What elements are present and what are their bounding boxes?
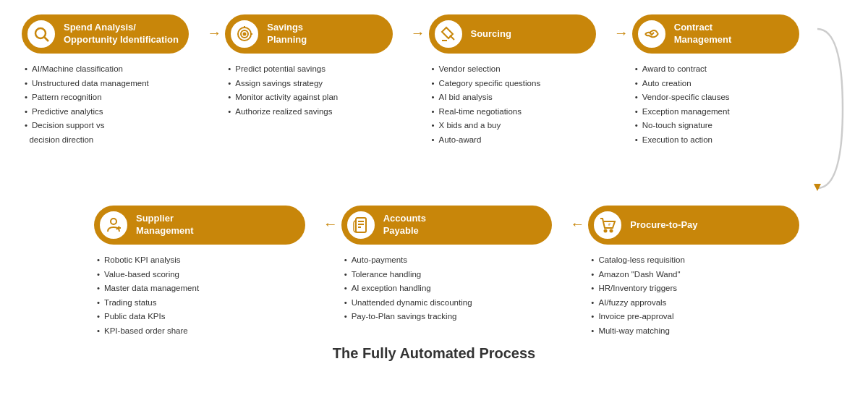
step-spend-analysis-label: Spend Analysis/Opportunity Identificatio… xyxy=(64,22,179,46)
step-contract-management-label: ContractManagement xyxy=(674,22,731,46)
step-procure-to-pay-label: Procure-to-Pay xyxy=(630,219,697,232)
contract-management-bullets: Award to contract Auto creation Vendor-s… xyxy=(632,62,730,147)
icon-document xyxy=(346,210,376,240)
bullet-item: AI bid analysis xyxy=(432,90,541,105)
arrow-1: → xyxy=(203,25,225,41)
bullet-item: Award to contract xyxy=(635,62,730,77)
top-steps-area: Spend Analysis/Opportunity Identificatio… xyxy=(22,14,814,147)
bullet-item: Amazon "Dash Wand" xyxy=(591,268,685,282)
procure-to-pay-bullets: Catalog-less requisition Amazon "Dash Wa… xyxy=(588,253,685,338)
savings-planning-bullets: Predict potential savings Assign savings… xyxy=(225,62,338,119)
bullet-item: HR/Inventory triggers xyxy=(591,282,685,296)
svg-point-18 xyxy=(610,230,613,232)
bullet-item: Auto-payments xyxy=(344,253,472,268)
svg-point-4 xyxy=(244,33,246,35)
bullet-item: Robotic KPI analysis xyxy=(97,253,199,268)
bullet-item: Pattern recognition xyxy=(25,90,149,105)
pill-accounts-payable: AccountsPayable xyxy=(341,206,553,245)
bullet-item: X bids and a buy xyxy=(432,119,541,133)
pill-savings-planning: SavingsPlanning xyxy=(225,14,392,54)
step-savings-planning-label: SavingsPlanning xyxy=(267,22,307,46)
step-supplier-management-label: SupplierManagement xyxy=(136,213,193,237)
svg-point-0 xyxy=(35,28,46,38)
svg-point-17 xyxy=(605,230,607,232)
step-contract-management: ContractManagement Award to contract Aut… xyxy=(632,14,814,147)
step-accounts-payable-label: AccountsPayable xyxy=(383,213,426,237)
bullet-item: Unstructured data management xyxy=(25,77,149,91)
supplier-management-bullets: Robotic KPI analysis Value-based scoring… xyxy=(94,253,199,338)
bullet-item: AI/fuzzy approvals xyxy=(591,296,685,310)
arrow-bottom-1: ← xyxy=(320,216,341,232)
pill-sourcing: Sourcing xyxy=(429,14,596,54)
bullet-item: Value-based scoring xyxy=(97,268,199,282)
icon-gavel xyxy=(433,19,464,49)
bullet-item: Tolerance handling xyxy=(344,268,472,282)
bullet-item: Unattended dynamic discounting xyxy=(344,296,472,310)
bullet-item: Invoice pre-approval xyxy=(591,310,685,324)
bullet-item: Vendor-specific clauses xyxy=(635,90,730,105)
svg-point-10 xyxy=(111,219,116,224)
pill-procure-to-pay: # Procure-to-Pay xyxy=(588,206,799,245)
step-sourcing-label: Sourcing xyxy=(471,28,511,41)
bullet-item: Public data KPIs xyxy=(97,310,199,324)
bullet-item: Monitor activity against plan xyxy=(228,90,338,105)
page-title: The Fully Automated Process xyxy=(22,345,846,362)
icon-target xyxy=(229,19,260,49)
bullet-item: Pay-to-Plan savings tracking xyxy=(344,310,472,324)
bullet-item: Assign savings strategy xyxy=(228,77,338,91)
step-spend-analysis: Spend Analysis/Opportunity Identificatio… xyxy=(22,14,203,147)
pill-spend-analysis: Spend Analysis/Opportunity Identificatio… xyxy=(22,14,189,54)
bullet-item: Real-time negotiations xyxy=(432,105,541,119)
svg-line-1 xyxy=(45,38,49,42)
bullet-item: No-touch signature xyxy=(635,119,730,133)
arrow-bottom-2: ← xyxy=(566,216,588,232)
pill-supplier-management: SupplierManagement xyxy=(94,206,305,245)
step-supplier-management: SupplierManagement Robotic KPI analysis … xyxy=(94,206,320,338)
step-sourcing: Sourcing Vendor selection Category speci… xyxy=(429,14,610,147)
bullet-item: Catalog-less requisition xyxy=(591,253,685,268)
bullet-item: Category specific questions xyxy=(432,77,541,91)
bullet-item: KPI-based order share xyxy=(97,324,199,339)
bullet-item: Auto-award xyxy=(432,133,541,148)
icon-search xyxy=(26,19,56,49)
sourcing-bullets: Vendor selection Category specific quest… xyxy=(429,62,541,147)
bullet-item: Auto creation xyxy=(635,77,730,91)
arrow-3: → xyxy=(610,25,632,41)
icon-person xyxy=(98,210,129,240)
bullet-item: Vendor selection xyxy=(432,62,541,77)
spend-analysis-bullets: AI/Machine classification Unstructured d… xyxy=(22,62,149,147)
svg-text:#: # xyxy=(608,222,610,227)
icon-handshake xyxy=(637,19,667,49)
bullet-item: Execution to action xyxy=(635,133,730,148)
step-procure-to-pay: # Procure-to-Pay Catalog-less requisitio… xyxy=(588,206,814,338)
bullet-item: Predict potential savings xyxy=(228,62,338,77)
svg-line-7 xyxy=(450,35,454,40)
bullet-item: AI/Machine classification xyxy=(25,62,149,77)
bullet-item: Multi-way matching xyxy=(591,324,685,339)
bottom-row: SupplierManagement Robotic KPI analysis … xyxy=(22,206,846,338)
accounts-payable-bullets: Auto-payments Tolerance handling AI exce… xyxy=(341,253,472,324)
arrow-2: → xyxy=(407,25,429,41)
bullet-item: AI exception handling xyxy=(344,282,472,296)
curve-arc-right xyxy=(814,14,846,206)
pill-contract-management: ContractManagement xyxy=(632,14,799,54)
diagram-container: Spend Analysis/Opportunity Identificatio… xyxy=(22,14,846,365)
step-accounts-payable: AccountsPayable Auto-payments Tolerance … xyxy=(341,206,567,324)
bullet-item: Predictive analytics xyxy=(25,105,149,119)
top-row-wrapper: Spend Analysis/Opportunity Identificatio… xyxy=(22,14,846,206)
bullet-item: Authorize realized savings xyxy=(228,105,338,119)
bullet-item: Trading status xyxy=(97,296,199,310)
bullet-item: Decision support vs decision direction xyxy=(25,119,149,147)
icon-cart: # xyxy=(592,210,623,240)
bullet-item: Master data management xyxy=(97,282,199,296)
step-savings-planning: SavingsPlanning Predict potential saving… xyxy=(225,14,407,119)
bullet-item: Exception management xyxy=(635,105,730,119)
